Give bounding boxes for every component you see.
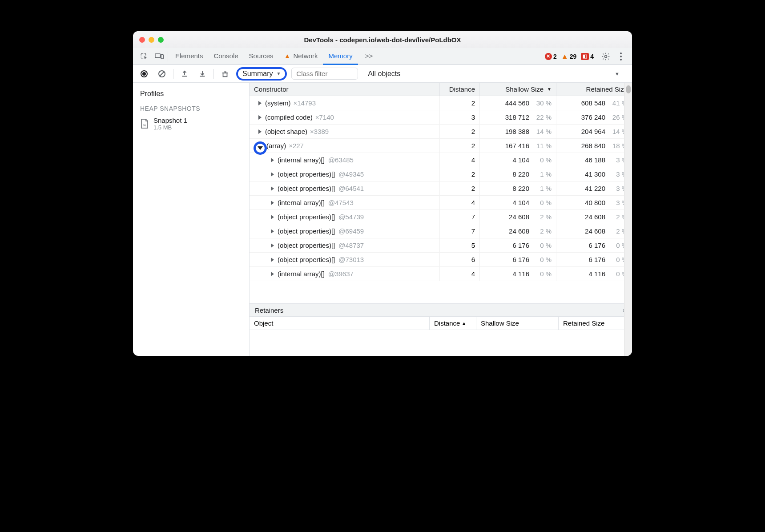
svg-point-3	[605, 55, 607, 57]
table-row[interactable]: (object properties)[]@6454128 2201 %41 2…	[250, 181, 632, 196]
retained-cell: 608 54841 %	[556, 96, 632, 110]
constructor-name: (object shape)	[265, 128, 307, 135]
tab-sources[interactable]: Sources	[244, 48, 279, 65]
distance-cell: 5	[440, 238, 480, 252]
shallow-cell: 8 2201 %	[480, 181, 556, 195]
error-badge[interactable]: ✕ 2	[545, 53, 557, 60]
table-row[interactable]: (internal array)[]@4754344 1040 %40 8003…	[250, 196, 632, 210]
disclosure-icon[interactable]	[271, 158, 274, 162]
col-distance[interactable]: Distance	[440, 83, 480, 96]
disclosure-icon[interactable]	[271, 229, 274, 234]
sort-asc-icon: ▲	[462, 321, 466, 326]
tab-memory[interactable]: Memory	[323, 48, 358, 65]
distance-cell: 4	[440, 153, 480, 167]
minimize-icon[interactable]	[149, 37, 154, 43]
retainers-header: Object Distance ▲ Shallow Size Retained …	[250, 317, 632, 330]
table-row[interactable]: (array)×2272167 41611 %268 84018 %	[250, 139, 632, 153]
col-object[interactable]: Object	[250, 317, 430, 330]
scope-select[interactable]: All objects	[368, 70, 400, 78]
kebab-icon[interactable]	[614, 50, 628, 63]
table-row[interactable]: (object properties)[]@4873756 1760 %6 17…	[250, 238, 632, 253]
maximize-icon[interactable]	[158, 37, 164, 43]
constructor-name: (internal array)[]	[278, 199, 325, 206]
disclosure-icon[interactable]	[271, 258, 274, 262]
table-row[interactable]: (object properties)[]@69459724 6082 %24 …	[250, 224, 632, 238]
tab-elements[interactable]: Elements	[170, 48, 209, 65]
issues-icon: ◧	[581, 53, 589, 60]
table-row[interactable]: (internal array)[]@6348544 1040 %46 1883…	[250, 153, 632, 167]
collect-garbage-icon[interactable]	[218, 67, 232, 81]
warning-icon: ▲	[284, 52, 291, 60]
clear-icon[interactable]	[155, 67, 169, 81]
view-select[interactable]: Summary ▼	[236, 67, 287, 81]
file-icon: %	[140, 118, 149, 129]
disclosure-icon[interactable]	[258, 115, 262, 120]
table-row[interactable]: (compiled code)×71403318 71222 %376 2402…	[250, 110, 632, 125]
distance-cell: 4	[440, 267, 480, 281]
grid-body[interactable]: (system)×147932444 56030 %608 54841 %(co…	[250, 96, 632, 303]
sort-desc-icon: ▼	[547, 87, 552, 92]
col-constructor[interactable]: Constructor	[250, 83, 440, 96]
object-id: @54739	[338, 213, 364, 221]
tab-console[interactable]: Console	[209, 48, 244, 65]
retained-cell: 6 1760 %	[556, 253, 632, 266]
inspect-icon[interactable]	[137, 50, 151, 63]
warning-badge[interactable]: ▲ 29	[561, 52, 576, 60]
shallow-cell: 4 1040 %	[480, 153, 556, 167]
disclosure-icon[interactable]	[271, 243, 274, 248]
col-shallow[interactable]: Shallow Size	[476, 317, 559, 330]
tabbar: ElementsConsoleSources▲NetworkMemory >> …	[133, 48, 632, 65]
col-retained[interactable]: Retained Size	[556, 83, 632, 96]
table-row[interactable]: (object shape)×33892198 38814 %204 96414…	[250, 125, 632, 139]
col-distance[interactable]: Distance ▲	[430, 317, 476, 330]
upload-icon[interactable]	[178, 67, 191, 81]
device-toggle-icon[interactable]	[153, 50, 166, 63]
disclosure-icon[interactable]	[271, 201, 274, 205]
separator	[213, 69, 214, 79]
tab-network[interactable]: ▲Network	[279, 48, 323, 65]
object-id: @64541	[338, 185, 364, 192]
svg-rect-2	[161, 54, 163, 58]
gear-icon[interactable]	[599, 50, 612, 63]
disclosure-icon[interactable]	[271, 186, 274, 191]
scrollbar-thumb[interactable]	[626, 85, 631, 93]
disclosure-icon[interactable]	[271, 215, 274, 219]
col-retained[interactable]: Retained Size	[559, 317, 632, 330]
close-icon[interactable]	[139, 37, 145, 43]
sidebar-item-snapshot[interactable]: % Snapshot 1 1.5 MB	[133, 115, 249, 133]
table-row[interactable]: (internal array)[]@3963744 1160 %4 1160 …	[250, 267, 632, 281]
issues-badge[interactable]: ◧ 4	[581, 53, 594, 60]
retained-cell: 41 3003 %	[556, 167, 632, 181]
constructor-name: (compiled code)	[265, 113, 313, 121]
tabs-overflow[interactable]: >>	[360, 48, 378, 65]
svg-line-10	[160, 72, 164, 76]
record-icon[interactable]	[137, 67, 151, 81]
window-title: DevTools - codepen.io/web-dot-dev/live/P…	[304, 36, 461, 44]
constructor-name: (array)	[266, 142, 286, 149]
distance-cell: 2	[440, 96, 480, 110]
object-id: @47543	[328, 199, 354, 206]
table-row[interactable]: (system)×147932444 56030 %608 54841 %	[250, 96, 632, 110]
snapshot-name: Snapshot 1	[153, 117, 187, 124]
col-shallow[interactable]: Shallow Size ▼	[480, 83, 556, 96]
svg-rect-1	[155, 54, 161, 57]
scrollbar[interactable]	[624, 83, 632, 356]
table-row[interactable]: (object properties)[]@4934528 2201 %41 3…	[250, 167, 632, 181]
svg-text:%: %	[143, 123, 146, 127]
chevron-down-icon[interactable]: ▼	[615, 71, 620, 77]
object-id: @69459	[338, 227, 364, 235]
distance-cell: 2	[440, 125, 480, 138]
table-row[interactable]: (object properties)[]@7301366 1760 %6 17…	[250, 253, 632, 267]
tab-label: Elements	[175, 52, 203, 60]
sidebar-title: Profiles	[133, 87, 249, 102]
titlebar: DevTools - codepen.io/web-dot-dev/live/P…	[133, 31, 632, 48]
disclosure-icon[interactable]	[258, 129, 262, 134]
disclosure-icon[interactable]	[258, 101, 262, 105]
class-filter-input[interactable]	[291, 68, 358, 80]
download-icon[interactable]	[196, 67, 209, 81]
disclosure-icon[interactable]	[271, 272, 274, 276]
retained-cell: 41 2203 %	[556, 181, 632, 195]
table-row[interactable]: (object properties)[]@54739724 6082 %24 …	[250, 210, 632, 224]
disclosure-icon[interactable]	[271, 172, 274, 177]
constructor-name: (internal array)[]	[278, 270, 325, 278]
